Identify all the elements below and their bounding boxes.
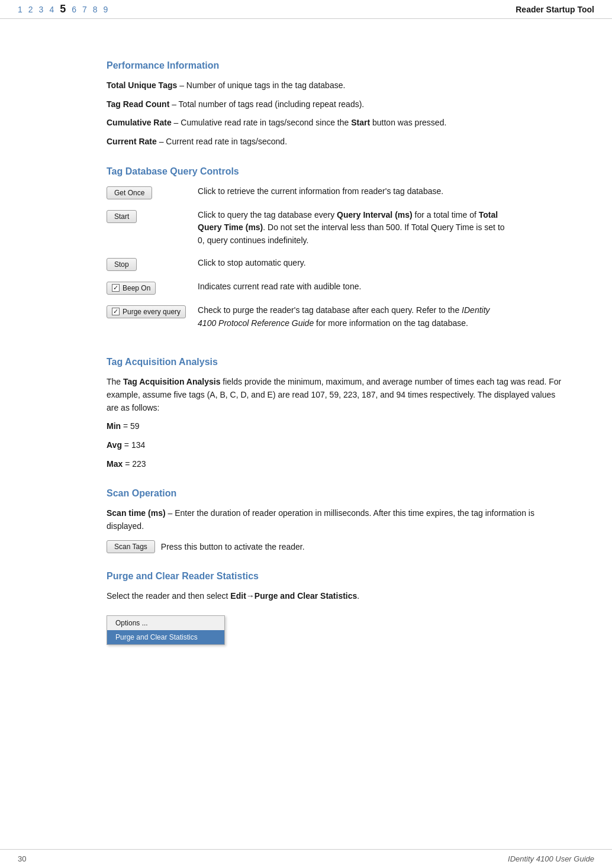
tag-read-count-text: – Total number of tags read (including r… [172, 99, 364, 109]
scan-operation-heading: Scan Operation [107, 488, 565, 499]
cumulative-rate-text: – Cumulative read rate in tags/second si… [174, 118, 352, 127]
purge-section: Purge and Clear Reader Statistics Select… [107, 571, 565, 646]
tag-read-count-para: Tag Read Count – Total number of tags re… [107, 98, 565, 111]
scan-time-text: – Enter the duration of reader operation… [107, 508, 534, 531]
scan-time-para: Scan time (ms) – Enter the duration of r… [107, 507, 565, 533]
total-unique-tags-para: Total Unique Tags – Number of unique tag… [107, 79, 565, 92]
min-label: Min [107, 421, 121, 431]
current-rate-para: Current Rate – Current read rate in tags… [107, 135, 565, 149]
avg-value: = 134 [124, 440, 145, 450]
purge-every-query-checkbox[interactable]: ✓ [112, 308, 120, 315]
nav-9[interactable]: 9 [104, 5, 108, 14]
tag-acquisition-section: Tag Acquisition Analysis The Tag Acquisi… [107, 357, 565, 470]
tag-acquisition-heading: Tag Acquisition Analysis [107, 357, 565, 367]
tag-db-heading: Tag Database Query Controls [107, 166, 565, 177]
stop-btn-cell: Stop [107, 257, 198, 280]
beep-on-checkbox[interactable]: ✓ [112, 284, 120, 292]
stop-desc: Click to stop automatic query. [198, 257, 505, 280]
scan-operation-section: Scan Operation Scan time (ms) – Enter th… [107, 488, 565, 553]
nav-1[interactable]: 1 [18, 5, 22, 14]
purge-every-query-label: Purge every query [123, 308, 181, 316]
get-once-desc: Click to retrieve the current informatio… [198, 185, 505, 209]
start-row: Start Click to query the tag database ev… [107, 209, 505, 257]
scan-time-label: Scan time (ms) [107, 508, 166, 518]
purge-heading: Purge and Clear Reader Statistics [107, 571, 565, 582]
header-title: Reader Startup Tool [516, 5, 594, 14]
beep-on-btn-cell: ✓ Beep On [107, 280, 198, 304]
max-value: = 223 [125, 459, 146, 469]
get-once-row: Get Once Click to retrieve the current i… [107, 185, 505, 209]
tag-db-controls-table: Get Once Click to retrieve the current i… [107, 185, 505, 339]
page-header: 1 2 3 4 5 6 7 8 9 Reader Startup Tool [0, 0, 612, 19]
current-rate-text: – Current read rate in tags/second. [159, 137, 287, 146]
nav-4[interactable]: 4 [49, 5, 54, 14]
total-unique-tags-label: Total Unique Tags [107, 80, 177, 90]
cumulative-rate-text-after: button was pressed. [372, 118, 446, 127]
nav-current: 5 [60, 3, 66, 15]
performance-heading: Performance Information [107, 60, 565, 71]
purge-menu-screenshot: Options ... Purge and Clear Statistics [107, 615, 225, 645]
footer-product: IDentity 4100 User Guide [508, 854, 594, 863]
purge-query-btn-cell: ✓ Purge every query [107, 304, 198, 339]
nav-7[interactable]: 7 [82, 5, 87, 14]
current-rate-label: Current Rate [107, 137, 157, 146]
cumulative-rate-bold-inline: Start [351, 118, 370, 127]
start-button[interactable]: Start [107, 210, 137, 223]
tag-read-count-label: Tag Read Count [107, 99, 169, 109]
stop-row: Stop Click to stop automatic query. [107, 257, 505, 280]
start-btn-cell: Start [107, 209, 198, 257]
total-unique-tags-text: – Number of unique tags in the tag datab… [179, 80, 345, 90]
purge-query-row: ✓ Purge every query Check to purge the r… [107, 304, 505, 339]
page-footer: 30 IDentity 4100 User Guide [0, 849, 612, 868]
purge-every-query-button[interactable]: ✓ Purge every query [107, 305, 186, 318]
tag-db-section: Tag Database Query Controls Get Once Cli… [107, 166, 565, 339]
get-once-btn-cell: Get Once [107, 185, 198, 209]
min-stat: Min = 59 [107, 420, 565, 433]
nav-2[interactable]: 2 [28, 5, 33, 14]
avg-label: Avg [107, 440, 122, 450]
tag-acquisition-bold: Tag Acquisition Analysis [123, 377, 220, 386]
get-once-button[interactable]: Get Once [107, 186, 152, 199]
beep-on-desc: Indicates current read rate with audible… [198, 280, 505, 304]
scan-tags-desc: Press this button to activate the reader… [161, 542, 305, 551]
avg-stat: Avg = 134 [107, 439, 565, 452]
start-desc: Click to query the tag database every Qu… [198, 209, 505, 257]
beep-on-button[interactable]: ✓ Beep On [107, 282, 156, 295]
cumulative-rate-label: Cumulative Rate [107, 118, 172, 127]
beep-on-row: ✓ Beep On Indicates current read rate wi… [107, 280, 505, 304]
footer-page-number: 30 [18, 854, 26, 863]
stop-button[interactable]: Stop [107, 258, 137, 271]
scan-tags-button[interactable]: Scan Tags [107, 540, 155, 553]
max-label: Max [107, 459, 123, 469]
cumulative-rate-para: Cumulative Rate – Cumulative read rate i… [107, 117, 565, 130]
purge-query-desc: Check to purge the reader's tag database… [198, 304, 505, 339]
nav-8[interactable]: 8 [93, 5, 98, 14]
purge-para: Select the reader and then select Edit→P… [107, 590, 565, 603]
main-content: Performance Information Total Unique Tag… [0, 19, 612, 680]
menu-options-item: Options ... [107, 616, 224, 630]
nav-6[interactable]: 6 [72, 5, 76, 14]
purge-bold-instruction: Edit→Purge and Clear Statistics [230, 591, 357, 601]
beep-on-label: Beep On [123, 284, 150, 292]
nav-3[interactable]: 3 [39, 5, 44, 14]
scan-tags-row: Scan Tags Press this button to activate … [107, 540, 565, 553]
tag-acquisition-para: The Tag Acquisition Analysis fields prov… [107, 376, 565, 414]
min-value: = 59 [123, 421, 140, 431]
max-stat: Max = 223 [107, 458, 565, 471]
menu-purge-item: Purge and Clear Statistics [107, 630, 224, 644]
page-nav[interactable]: 1 2 3 4 5 6 7 8 9 [18, 3, 108, 15]
performance-section: Performance Information Total Unique Tag… [107, 60, 565, 149]
